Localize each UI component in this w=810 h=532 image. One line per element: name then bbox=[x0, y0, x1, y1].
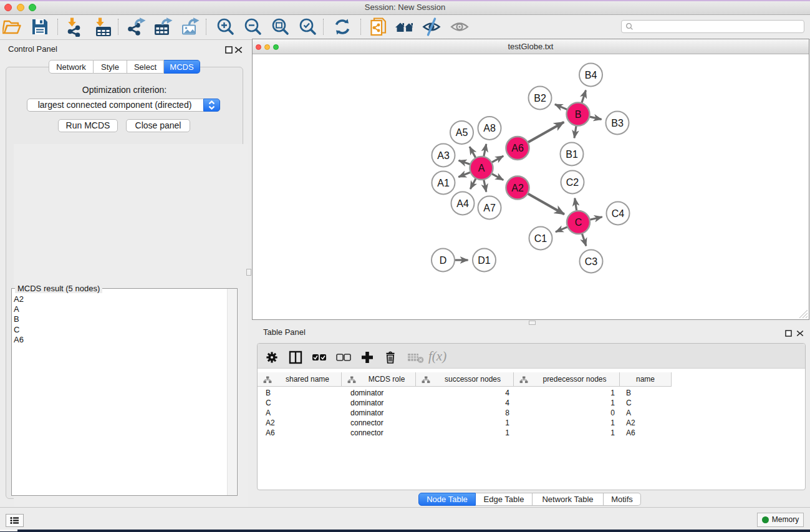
svg-text:A1: A1 bbox=[437, 178, 450, 188]
svg-text:B3: B3 bbox=[611, 118, 624, 128]
svg-text:B: B bbox=[575, 109, 582, 120]
svg-text:C4: C4 bbox=[612, 208, 625, 219]
svg-text:A2: A2 bbox=[511, 183, 524, 193]
svg-text:A5: A5 bbox=[456, 127, 468, 138]
svg-text:D: D bbox=[440, 255, 447, 266]
svg-text:B1: B1 bbox=[566, 149, 578, 160]
svg-text:C1: C1 bbox=[534, 233, 547, 244]
svg-text:B4: B4 bbox=[585, 70, 597, 80]
svg-text:A6: A6 bbox=[511, 143, 524, 153]
svg-text:A4: A4 bbox=[456, 198, 469, 209]
svg-text:C2: C2 bbox=[566, 177, 579, 188]
svg-text:D1: D1 bbox=[478, 255, 491, 266]
svg-text:C3: C3 bbox=[585, 256, 598, 267]
svg-text:A3: A3 bbox=[437, 150, 450, 161]
svg-text:A7: A7 bbox=[483, 203, 496, 213]
svg-text:C: C bbox=[575, 217, 582, 228]
svg-text:A: A bbox=[478, 163, 485, 173]
svg-text:B2: B2 bbox=[534, 93, 546, 104]
svg-text:A8: A8 bbox=[483, 123, 496, 133]
